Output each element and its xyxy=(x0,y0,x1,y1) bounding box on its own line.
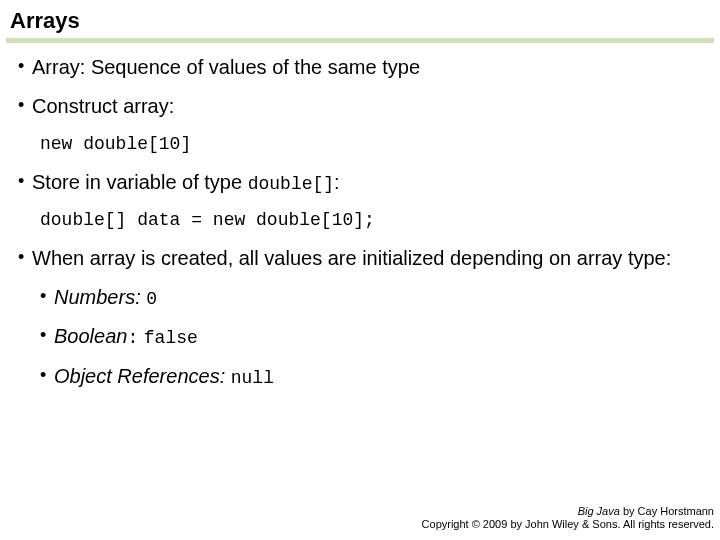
bullet-text: Construct array: xyxy=(32,94,702,119)
bullet-item: • Construct array: xyxy=(18,94,702,119)
sub-value: null xyxy=(231,368,274,388)
code-line: new double[10] xyxy=(18,133,702,156)
slide: Arrays • Array: Sequence of values of th… xyxy=(0,0,720,389)
bullet-item: • Array: Sequence of values of the same … xyxy=(18,55,702,80)
inline-code: double[] xyxy=(248,174,334,194)
sub-colon: : xyxy=(127,328,138,348)
footer-book-title: Big Java xyxy=(578,505,620,517)
sub-value: false xyxy=(144,328,198,348)
bullet-item: • Store in variable of type double[]: xyxy=(18,170,702,196)
bullet-dot-icon: • xyxy=(18,246,32,271)
bullet-text: Store in variable of type double[]: xyxy=(32,170,702,196)
sub-value: 0 xyxy=(146,289,157,309)
bullet-dot-icon: • xyxy=(18,55,32,80)
footer-line-1: Big Java by Cay Horstmann xyxy=(422,505,714,519)
bullet-dot-icon: • xyxy=(40,324,54,350)
bullet-text: Array: Sequence of values of the same ty… xyxy=(32,55,702,80)
bullet-text: When array is created, all values are in… xyxy=(32,246,702,271)
footer: Big Java by Cay Horstmann Copyright © 20… xyxy=(422,505,714,533)
slide-body: • Array: Sequence of values of the same … xyxy=(0,49,720,389)
bullet-text-part: Store in variable of type xyxy=(32,171,248,193)
bullet-item: • When array is created, all values are … xyxy=(18,246,702,271)
bullet-dot-icon: • xyxy=(40,364,54,390)
sub-bullet-item: • Object References: null xyxy=(18,364,702,390)
sub-bullet-text: Object References: null xyxy=(54,364,702,390)
sub-label: Object References: xyxy=(54,365,225,387)
sub-label: Numbers: xyxy=(54,286,141,308)
footer-copyright: Copyright © 2009 by John Wiley & Sons. A… xyxy=(422,518,714,532)
bullet-text-part: : xyxy=(334,171,340,193)
sub-bullet-text: Boolean: false xyxy=(54,324,702,350)
footer-author: by Cay Horstmann xyxy=(620,505,714,517)
title-underline xyxy=(6,38,714,43)
code-line: double[] data = new double[10]; xyxy=(18,209,702,232)
bullet-dot-icon: • xyxy=(18,170,32,196)
sub-bullet-item: • Numbers: 0 xyxy=(18,285,702,311)
slide-title: Arrays xyxy=(0,8,720,38)
sub-bullet-text: Numbers: 0 xyxy=(54,285,702,311)
sub-label: Boolean xyxy=(54,325,127,347)
bullet-dot-icon: • xyxy=(18,94,32,119)
bullet-dot-icon: • xyxy=(40,285,54,311)
sub-bullet-item: • Boolean: false xyxy=(18,324,702,350)
